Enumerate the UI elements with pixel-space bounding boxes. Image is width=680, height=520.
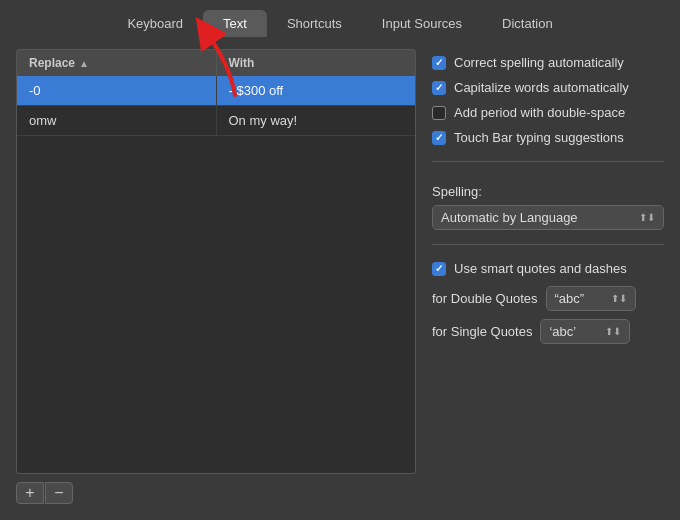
checkbox-row-correct-spelling: Correct spelling automatically [432, 53, 664, 72]
table-header: Replace ▲ With [16, 49, 416, 76]
right-panel: Correct spelling automatically Capitaliz… [432, 49, 664, 504]
table-body: -0 - $300 off omw On my way! [16, 76, 416, 474]
tab-dictation[interactable]: Dictation [482, 10, 573, 37]
label-correct-spelling: Correct spelling automatically [454, 55, 624, 70]
main-content: Replace ▲ With -0 - $300 off omw O [0, 37, 680, 520]
single-quotes-value: ‘abc’ [549, 324, 576, 339]
col-replace: Replace ▲ [17, 50, 217, 76]
checkbox-row-period: Add period with double-space [432, 103, 664, 122]
table-cell-with: On my way! [217, 106, 416, 135]
double-quotes-dropdown[interactable]: “abc” ⬆⬇ [546, 286, 636, 311]
table-row[interactable]: omw On my way! [17, 106, 415, 136]
dropdown-arrows-icon: ⬆⬇ [639, 212, 655, 223]
table-cell-replace: -0 [17, 76, 217, 105]
label-period: Add period with double-space [454, 105, 625, 120]
checkbox-row-smart-quotes: Use smart quotes and dashes [432, 259, 664, 278]
tab-bar: Keyboard Text Shortcuts Input Sources Di… [0, 0, 680, 37]
single-quotes-arrows-icon: ⬆⬇ [605, 326, 621, 337]
tab-shortcuts[interactable]: Shortcuts [267, 10, 362, 37]
single-quotes-row: for Single Quotes ‘abc’ ⬆⬇ [432, 319, 664, 344]
col-with: With [217, 50, 416, 76]
left-panel: Replace ▲ With -0 - $300 off omw O [16, 49, 416, 504]
label-smart-quotes: Use smart quotes and dashes [454, 261, 627, 276]
sort-arrow-icon: ▲ [79, 58, 89, 69]
checkbox-row-touchbar: Touch Bar typing suggestions [432, 128, 664, 147]
tab-input-sources[interactable]: Input Sources [362, 10, 482, 37]
remove-button[interactable]: − [45, 482, 73, 504]
checkbox-row-capitalize: Capitalize words automatically [432, 78, 664, 97]
table-cell-with: - $300 off [217, 76, 416, 105]
single-quotes-dropdown[interactable]: ‘abc’ ⬆⬇ [540, 319, 630, 344]
divider2 [432, 244, 664, 245]
double-quotes-row: for Double Quotes “abc” ⬆⬇ [432, 286, 664, 311]
table-row[interactable]: -0 - $300 off [17, 76, 415, 106]
col-with-label: With [229, 56, 255, 70]
checkbox-period[interactable] [432, 106, 446, 120]
table-empty-area [17, 136, 415, 461]
tab-text[interactable]: Text [203, 10, 267, 37]
double-quotes-value: “abc” [555, 291, 585, 306]
double-quotes-label: for Double Quotes [432, 291, 538, 306]
checkbox-touchbar[interactable] [432, 131, 446, 145]
single-quotes-label: for Single Quotes [432, 324, 532, 339]
checkbox-smart-quotes[interactable] [432, 262, 446, 276]
label-capitalize: Capitalize words automatically [454, 80, 629, 95]
bottom-buttons: + − [16, 482, 416, 504]
add-button[interactable]: + [16, 482, 44, 504]
spelling-dropdown[interactable]: Automatic by Language ⬆⬇ [432, 205, 664, 230]
col-replace-label: Replace [29, 56, 75, 70]
divider [432, 161, 664, 162]
table-cell-replace: omw [17, 106, 217, 135]
checkbox-capitalize[interactable] [432, 81, 446, 95]
spelling-label: Spelling: [432, 184, 664, 199]
tab-keyboard[interactable]: Keyboard [107, 10, 203, 37]
spelling-value: Automatic by Language [441, 210, 578, 225]
double-quotes-arrows-icon: ⬆⬇ [611, 293, 627, 304]
checkbox-correct-spelling[interactable] [432, 56, 446, 70]
label-touchbar: Touch Bar typing suggestions [454, 130, 624, 145]
